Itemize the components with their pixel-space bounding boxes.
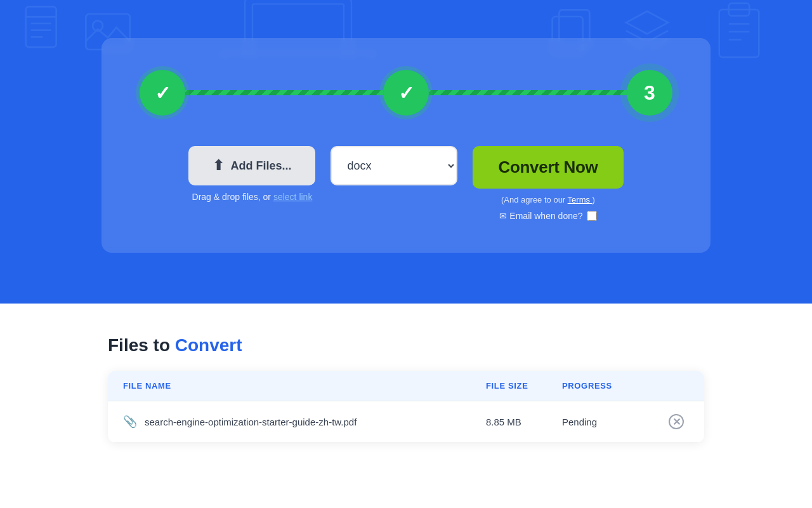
remove-icon: ✕	[669, 414, 684, 429]
file-name: search-engine-optimization-starter-guide…	[145, 417, 357, 427]
email-checkbox[interactable]	[587, 211, 597, 221]
remove-file-button[interactable]: ✕	[664, 414, 689, 429]
svg-rect-8	[729, 3, 750, 16]
svg-point-2	[93, 21, 103, 31]
table-row: 📎 search-engine-optimization-starter-gui…	[108, 401, 704, 443]
col-header-filesize: FILE SIZE	[486, 381, 562, 391]
add-files-col: ⬆ Add Files... Drag & drop files, or sel…	[188, 146, 315, 202]
format-select[interactable]: docx pdf txt png jpg xlsx	[331, 146, 457, 185]
step-2-check: ✓	[398, 82, 414, 104]
col-header-filename: FILE NAME	[123, 381, 486, 391]
convert-col: Convert Now (And agree to our Terms ) ✉ …	[473, 146, 623, 221]
svg-rect-0	[26, 6, 56, 47]
terms-text: (And agree to our Terms )	[501, 195, 595, 204]
controls-row: ⬆ Add Files... Drag & drop files, or sel…	[140, 146, 672, 221]
step-2-circle: ✓	[383, 70, 429, 116]
select-link[interactable]: select link	[273, 192, 312, 202]
files-section: Files to Convert FILE NAME FILE SIZE PRO…	[0, 304, 812, 474]
step-connector-2	[429, 90, 627, 95]
convert-now-button[interactable]: Convert Now	[473, 146, 623, 189]
step-1-check: ✓	[155, 82, 171, 104]
email-row: ✉ Email when done?	[499, 211, 596, 221]
upload-icon: ⬆	[213, 157, 224, 174]
converter-card: ✓ ✓ 3 ⬆ Add Files... Drag & drop files, …	[102, 38, 710, 253]
paperclip-icon: 📎	[123, 415, 137, 429]
table-header: FILE NAME FILE SIZE PROGRESS	[108, 371, 704, 401]
step-3-number: 3	[644, 81, 655, 105]
col-header-action	[664, 381, 689, 391]
files-table: FILE NAME FILE SIZE PROGRESS 📎 search-en…	[108, 371, 704, 443]
step-1-circle: ✓	[140, 70, 185, 116]
step-connector-1	[185, 90, 383, 95]
format-col: docx pdf txt png jpg xlsx	[331, 146, 457, 185]
steps-progress: ✓ ✓ 3	[140, 70, 672, 116]
step-3-circle: 3	[627, 70, 672, 116]
file-info: 📎 search-engine-optimization-starter-gui…	[123, 415, 486, 429]
file-size: 8.85 MB	[486, 417, 562, 427]
file-progress: Pending	[562, 417, 664, 427]
terms-link[interactable]: Terms	[568, 195, 593, 204]
add-files-label: Add Files...	[230, 159, 291, 173]
drag-drop-text: Drag & drop files, or select link	[192, 192, 313, 202]
hero-section: ✓ ✓ 3 ⬆ Add Files... Drag & drop files, …	[0, 0, 812, 304]
files-title: Files to Convert	[108, 335, 704, 356]
svg-rect-7	[719, 10, 759, 57]
add-files-button[interactable]: ⬆ Add Files...	[188, 146, 315, 185]
col-header-progress: PROGRESS	[562, 381, 664, 391]
